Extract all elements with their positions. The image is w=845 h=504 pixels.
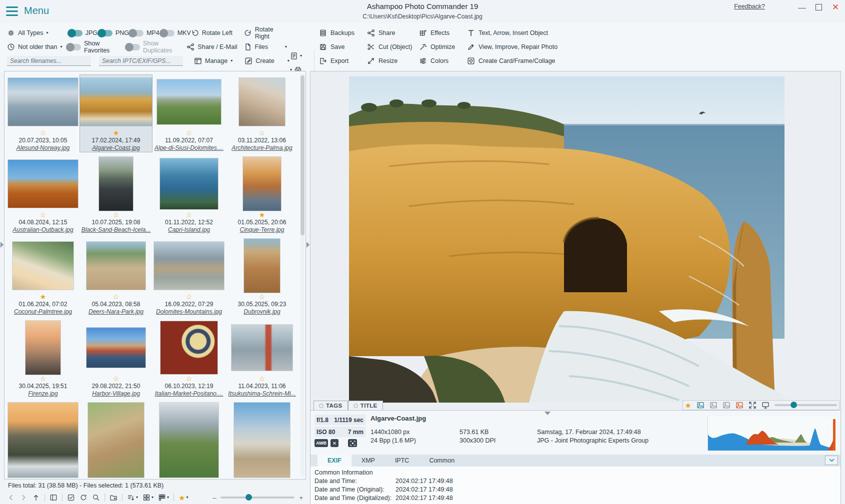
thumbnail-cell[interactable] (80, 402, 152, 478)
photo-thumbnail[interactable] (160, 321, 218, 374)
thumbnail-cell[interactable]: 06.10.2023, 12:19 Italian-Market-Positan… (152, 320, 226, 398)
thumbnail-size-dropdown[interactable]: ▾ (158, 494, 169, 502)
effects-button[interactable]: Effects (419, 29, 467, 37)
filter-mkv-toggle[interactable]: MKV (160, 29, 191, 36)
thumbnail-cell[interactable]: 11.09.2022, 07:07 Alpe-di-Siusi-Dolomite… (152, 74, 226, 152)
photo-thumbnail[interactable] (8, 78, 78, 126)
scrollbar-thumb[interactable] (300, 75, 304, 235)
pdf-export-button[interactable]: ▾ (290, 49, 312, 63)
thumbnail-filename[interactable]: Italian-Market-Positano.... (153, 390, 225, 398)
favorite-star-icon[interactable] (80, 211, 152, 219)
thumbnail-cell[interactable]: 05.04.2023, 08:58 Deers-Nara-Park.jpg (80, 238, 152, 316)
fullscreen-icon[interactable] (748, 401, 756, 409)
favorite-star-icon[interactable] (7, 211, 79, 219)
thumbnail-cell[interactable] (226, 402, 298, 478)
rotate-left-button[interactable]: Rotate Left (191, 29, 240, 37)
favorite-star-icon[interactable] (226, 375, 298, 383)
thumbnail-cell[interactable]: 30.05.2025, 09:23 Dubrovnik.jpg (226, 238, 298, 316)
favorite-star-icon[interactable]: ★ (685, 402, 692, 409)
favorite-star-icon[interactable] (226, 293, 298, 301)
menu-button[interactable]: Menu (24, 5, 49, 16)
favorite-star-icon[interactable] (153, 211, 225, 219)
collapse-splitter-handle[interactable] (306, 242, 310, 248)
favorite-star-icon[interactable] (153, 375, 225, 383)
photo-thumbnail[interactable] (26, 321, 60, 375)
create-dropdown[interactable]: Create▾ (244, 57, 290, 65)
save-button[interactable]: Save (319, 43, 367, 51)
minimize-button[interactable]: — (798, 3, 806, 11)
tab-iptc[interactable]: IPTC (385, 455, 419, 467)
favorite-star-icon[interactable] (7, 129, 79, 137)
favorite-star-icon[interactable] (226, 211, 298, 219)
photo-thumbnail[interactable] (239, 78, 285, 126)
favorite-star-icon[interactable] (153, 129, 225, 137)
photo-thumbnail[interactable] (88, 403, 144, 478)
thumbnail-cell[interactable] (6, 402, 80, 478)
favorite-star-icon[interactable] (153, 293, 225, 301)
rating-filter-dropdown[interactable]: ★▾ (178, 494, 188, 502)
preview-zoom-slider[interactable] (774, 404, 837, 406)
tab-title[interactable]: TITLE (348, 401, 383, 410)
back-button[interactable] (7, 494, 15, 502)
thumbnail-filename[interactable]: Firenze.jpg (7, 390, 79, 398)
thumbnail-filename[interactable]: Alpe-di-Siusi-Dolomites.... (153, 144, 225, 152)
close-button[interactable]: ✕ (831, 2, 840, 12)
thumbnail-zoom-slider[interactable] (220, 497, 294, 499)
thumbnail-filename[interactable]: Australian-Outback.jpg (7, 226, 79, 234)
photo-thumbnail[interactable] (160, 403, 218, 478)
favorite-star-icon[interactable] (80, 129, 152, 137)
favorite-star-icon[interactable] (7, 293, 79, 301)
favorite-star-icon[interactable] (80, 293, 152, 301)
zoom-out-minus[interactable]: – (212, 494, 216, 502)
thumbnail-cell[interactable]: 01.06.2024, 07:02 Coconut-Palmtree.jpg (6, 238, 80, 316)
mkv-toggle-switch[interactable] (160, 30, 174, 36)
manage-dropdown[interactable]: Manage▾ (194, 57, 232, 65)
search-iptc-exif-gps-input[interactable] (99, 56, 183, 66)
share-button[interactable]: Share (367, 29, 419, 37)
backups-button[interactable]: Backups (319, 29, 367, 37)
mp4-toggle-switch[interactable] (128, 30, 144, 36)
view-single-icon[interactable] (696, 401, 704, 409)
select-mode-button[interactable] (67, 494, 75, 502)
photo-thumbnail[interactable] (86, 242, 146, 290)
gallery-scrollbar[interactable] (300, 73, 304, 477)
presentation-icon[interactable] (762, 401, 770, 409)
slider-knob[interactable] (790, 402, 797, 408)
collapse-left-panel-handle[interactable] (0, 242, 4, 248)
thumbnail-cell[interactable]: 01.11.2022, 12:52 Capri-Island.jpg (152, 156, 226, 234)
files-dropdown[interactable]: Files▾ (244, 43, 287, 51)
sort-order-dropdown[interactable]: ▾ (127, 494, 138, 502)
toggle-panel-button[interactable] (50, 494, 58, 502)
colors-button[interactable]: Colors (419, 57, 467, 65)
preview-photo-algarve-coast[interactable] (349, 76, 784, 403)
favorite-star-icon[interactable] (226, 129, 298, 137)
view-mode-dropdown[interactable]: ▾ (142, 494, 154, 502)
photo-thumbnail[interactable] (244, 239, 280, 293)
cut-object-button[interactable]: Cut (Object) (367, 43, 419, 51)
thumbnail-filename[interactable]: Algarve-Coast.jpg (80, 144, 152, 152)
thumbnail-cell[interactable]: 30.04.2025, 19:51 Firenze.jpg (6, 320, 80, 398)
photo-thumbnail[interactable] (80, 78, 152, 126)
png-toggle-switch[interactable] (98, 30, 112, 36)
expand-metadata-button[interactable] (825, 456, 838, 465)
thumbnail-filename[interactable]: Black-Sand-Beach-Icela... (80, 226, 152, 234)
create-card-frame-collage-button[interactable]: Create Card/Frame/Collage (467, 57, 558, 65)
photo-thumbnail[interactable] (232, 325, 292, 371)
thumbnail-filename[interactable]: Capri-Island.jpg (153, 226, 225, 234)
view-original-icon[interactable] (736, 401, 744, 409)
thumbnail-cell[interactable]: 04.08.2024, 12:15 Australian-Outback.jpg (6, 156, 80, 234)
tab-exif[interactable]: EXIF (318, 455, 352, 467)
feedback-link[interactable]: Feedback? (734, 3, 765, 10)
resize-button[interactable]: Resize (367, 57, 419, 65)
favorite-star-icon[interactable] (7, 375, 79, 383)
thumbnail-filename[interactable]: Harbor-Village.jpg (80, 390, 152, 398)
tab-tags[interactable]: TAGS (314, 401, 348, 410)
slider-knob[interactable] (246, 494, 252, 501)
thumbnail-cell[interactable]: 01.05.2025, 20:06 Cinque-Terre.jpg (226, 156, 298, 234)
view-improve-repair-button[interactable]: View, Improve, Repair Photo (467, 43, 558, 51)
export-button[interactable]: Export (319, 57, 367, 65)
thumbnail-cell[interactable]: 16.09.2022, 07:29 Dolomites-Mountains.jp… (152, 238, 226, 316)
thumbnail-filename[interactable]: Coconut-Palmtree.jpg (7, 308, 79, 316)
thumbnail-cell[interactable]: 20.07.2023, 10:05 Alesund-Norway.jpg (6, 74, 80, 152)
zoom-in-plus[interactable]: + (299, 494, 303, 502)
